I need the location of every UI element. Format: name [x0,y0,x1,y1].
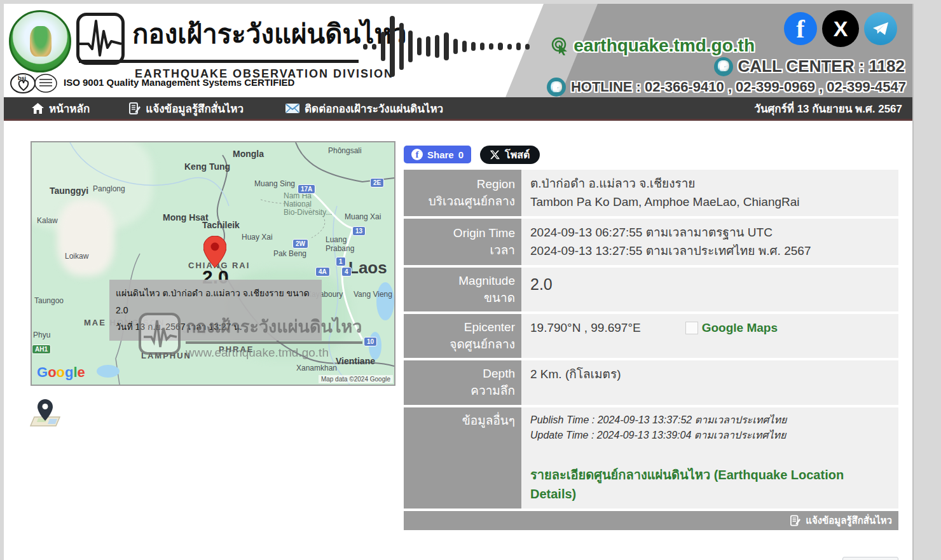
region-th: ต.ป่าก่อดำ อ.แม่ลาว จ.เชียงราย [530,175,889,193]
earthquake-division-logo [76,13,125,65]
meteorological-department-seal-logo [9,10,71,72]
google-maps-link[interactable]: Google Maps [702,321,778,334]
depth-value: 2 Km. (กิโลเมตร) [521,360,898,404]
nav-item-label: หน้าหลัก [49,100,90,117]
label-en: Magnitude [410,273,515,290]
region-value: ต.ป่าก่อดำ อ.แม่ลาว จ.เชียงราย Tambon Pa… [521,170,898,216]
map-label: Panglong [93,184,125,193]
label-th: ขนาด [410,290,515,307]
mail-icon [285,104,299,113]
map-label: Xanamkhan [296,364,337,372]
facebook-icon: f [411,149,423,160]
label-en: Depth [410,365,515,383]
map-label: Luang Prabang [326,235,354,253]
depth-label: Depth ความลึก [404,360,521,404]
page: กองเฝ้าระวังแผ่นดินไหว EARTHQUAKE OBSERV… [4,4,914,560]
map-label: Phyu [33,331,50,339]
other-info-value: Publish Time : 2024-09-13 13:37:52 ตามเว… [521,407,898,509]
route-shield: 13 [352,226,366,236]
map-label: Tachileik [202,220,240,230]
social-links: f X [784,10,897,47]
phone-icon: ✆ [547,78,566,97]
map-label: Mongla [233,149,264,159]
google-logo[interactable]: Google [37,364,85,381]
route-shield: 4 [341,267,352,277]
label-en: Epicenter [410,319,515,336]
report-icon [790,515,800,526]
location-details-link[interactable]: รายละเอียดศูนย์กลางแผ่นดินไหว (Earthquak… [530,465,889,503]
report-felt-quake-bar[interactable]: แจ้งข้อมูลรู้สึกสั่นไหว [404,511,898,530]
epicenter-value: 19.790°N , 99.697°EGoogle Maps [521,314,898,358]
origin-time-label: Origin Time เวลา [404,219,521,265]
map-label: Mong Hsat [163,212,209,222]
map-label: Phôngsali [328,146,362,155]
call-center-label: CALL CENTER : 1182 [738,57,905,76]
update-time: Update Time : 2024-09-13 13:39:04 ตามเวล… [530,428,889,444]
map-label: Muang Xai [345,212,381,221]
earthquake-details-panel: f Share 0 โพสต์ Region บริเวณศูนย์กลาง ต… [404,145,898,560]
comments-header: 0 comments Sort by Oldest ▲▼ [404,557,898,560]
detail-row-epicenter: Epicenter จุดศูนย์กลาง 19.790°N , 99.697… [404,314,898,358]
website-link[interactable]: earthquake.tmd.go.th [551,36,755,56]
map-attribution: Map data ©2024 Google [319,375,393,383]
facebook-share-button[interactable]: f Share 0 [404,146,471,163]
route-shield: 2W [292,239,308,249]
detail-row-magnitude: Magnitude ขนาด 2.0 [404,268,898,311]
header: กองเฝ้าระวังแผ่นดินไหว EARTHQUAKE OBSERV… [4,4,912,97]
logo-underline [79,60,359,63]
click-target-icon [551,36,570,55]
label-th: ความลึก [410,383,515,400]
x-post-label: โพสต์ [505,147,530,163]
map-label: Laos [348,258,387,278]
map-pin-icon[interactable] [29,398,62,427]
detail-row-origin-time: Origin Time เวลา 2024-09-13 06:27:55 ตาม… [404,219,898,265]
label-th: บริเวณศูนย์กลาง [410,193,515,210]
detail-row-other-info: ข้อมูลอื่นๆ Publish Time : 2024-09-13 13… [404,407,898,509]
current-date: วันศุกร์ที่ 13 กันยายน พ.ศ. 2567 [754,100,902,117]
region-en: Tambon Pa Ko Dam, Amphoe MaeLao, ChiangR… [530,193,889,212]
region-label: Region บริเวณศูนย์กลาง [404,170,521,216]
epicenter-coordinates: 19.790°N , 99.697°E [530,321,641,334]
route-shield: 17A [298,184,315,194]
x-post-button[interactable]: โพสต์ [480,146,540,164]
nav-item-contact[interactable]: ติดต่อกองเฝ้าระวังแผ่นดินไหว [285,100,443,117]
magnitude-number: 2.0 [530,275,553,293]
x-twitter-icon[interactable]: X [822,10,859,47]
route-shield: 10 [364,337,377,346]
facebook-icon[interactable]: f [784,12,817,45]
epicenter-marker-pin[interactable] [203,236,226,268]
report-icon [129,102,141,114]
map-label: Keng Tung [184,161,230,172]
paper-plane-icon [872,20,889,38]
nav-item-label: ติดต่อกองเฝ้าระวังแผ่นดินไหว [305,100,443,117]
telegram-icon[interactable] [864,12,897,45]
magnitude-value: 2.0 [521,268,898,311]
sort-dropdown[interactable]: Oldest ▲▼ [842,557,898,560]
nav-bar: หน้าหลัก แจ้งข้อมูลรู้สึกสั่นไหว ติดต่อก… [4,97,912,121]
depth-text: 2 Km. (กิโลเมตร) [530,367,621,381]
origin-time-value: 2024-09-13 06:27:55 ตามเวลามาตรฐาน UTC 2… [521,219,898,265]
map-label: Kalaw [37,216,58,225]
nav-item-home[interactable]: หน้าหลัก [32,100,90,117]
iso-certified-text: ISO 9001 Quality Management Systems CERT… [64,77,294,88]
detail-row-depth: Depth ความลึก 2 Km. (กิโลเมตร) [404,360,898,404]
label-th: จุดศูนย์กลาง [410,336,515,353]
label-th: ข้อมูลอื่นๆ [410,413,515,430]
map[interactable]: MonglaKeng TungMuang SingPhôngsaliTaungg… [31,141,395,386]
epicenter-label: Epicenter จุดศูนย์กลาง [404,314,521,358]
map-watermark: กองเฝ้าระวังแผ่นดินไหว www.earthquake.tm… [139,313,362,360]
x-logo-icon [490,150,500,160]
bsi-certification-logo: bsi [10,72,57,94]
magnitude-label: Magnitude ขนาด [404,268,521,311]
watermark-seismogram-icon [139,313,181,355]
map-label: Taungoo [34,296,64,305]
share-count: 0 [458,149,464,160]
detail-row-region: Region บริเวณศูนย์กลาง ต.ป่าก่อดำ อ.แม่ล… [404,170,898,216]
share-row: f Share 0 โพสต์ [404,145,898,164]
nav-item-report-felt-quake[interactable]: แจ้งข้อมูลรู้สึกสั่นไหว [129,100,244,117]
map-label: Vang Vieng [354,290,392,299]
home-icon [32,103,44,114]
map-label: Taunggyi [50,186,88,196]
origin-thai: 2024-09-13 13:27:55 ตามเวลาประเทศไทย พ.ศ… [530,242,889,261]
map-label: Muang Sing [254,179,295,188]
